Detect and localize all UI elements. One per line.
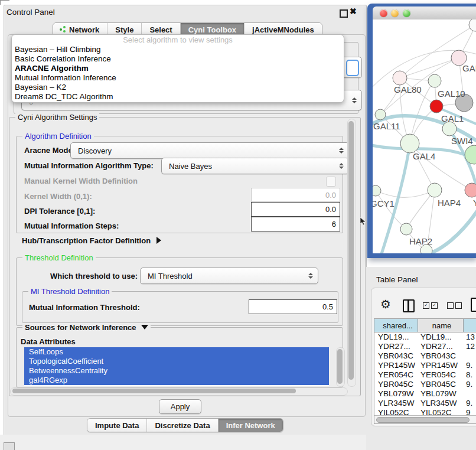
mi-type-combo[interactable]: Naive Bayes [161,158,349,174]
table-cell: YBR043C [374,351,418,361]
settings-horizontal-scrollbar[interactable] [10,387,348,396]
close-icon[interactable]: ✖ [350,6,357,16]
manual-kernel-checkbox[interactable] [326,177,336,187]
dropdown-item[interactable]: Dream8 DC_TDC Algorithm [12,92,344,102]
cyni-settings-title: Cyni Algorithm Settings [15,113,99,122]
column-header[interactable]: shared... [374,319,418,332]
which-threshold-combo[interactable]: MI Threshold [140,268,318,284]
attribute-item[interactable]: BetweennessCentrality [24,366,329,376]
table-cell: YDR27... [418,342,464,351]
column-header[interactable]: A [464,319,476,332]
aracne-mode-value: Discovery [78,146,112,155]
network-node-gal1[interactable] [430,100,443,113]
network-node-y[interactable] [465,183,476,197]
dropdown-items: Bayesian – Hill ClimbingBasic Correlatio… [12,45,344,102]
select-all-checkboxes-icon[interactable]: ✓✓ [423,302,438,309]
dropdown-item[interactable]: Bayesian – K2 [12,83,344,92]
kernel-width-label: Kernel Width (0,1): [24,192,92,201]
table-row[interactable]: YBR043CYBR043C [374,351,476,361]
panel-title: Control Panel [6,8,55,17]
table-cell: YDR27... [374,342,418,351]
network-node-gal80[interactable] [393,71,407,85]
dropdown-item[interactable]: Mutual Information Inference [12,73,344,83]
tab-label: Style [115,25,133,34]
document-icon[interactable] [471,298,476,312]
column-header[interactable]: name [418,319,464,332]
table-cell: YER054C [418,370,464,380]
kernel-width-value: 0.0 [325,191,336,200]
dropdown-item[interactable]: ARACNE Algorithm [12,64,344,73]
dpi-tolerance-field[interactable]: 0.0 [251,202,340,217]
tab-discretize-data[interactable]: Discretize Data [147,419,218,432]
network-node-gal4[interactable] [400,134,419,153]
network-node-swi4[interactable] [442,122,457,136]
screenshot-root: Control Panel ✖ NetworkStyleSelectCyni T… [0,0,476,450]
table-cell [464,389,476,399]
table-row[interactable]: YBR045CYBR045C9. [374,380,476,389]
table-row[interactable]: YLR345WYLR345W9. [374,399,476,408]
table-cell: YER054C [374,370,418,380]
stepper-icon [339,163,344,169]
table-cell: YBL079W [374,389,418,399]
kernel-width-field[interactable]: 0.0 [251,188,340,202]
network-node-gal11[interactable] [375,109,386,120]
network-edge-thick [426,208,476,253]
tab-impute-data[interactable]: Impute Data [87,419,147,432]
table-row[interactable]: YDR27...YDR27...12 [374,342,476,351]
mi-steps-field[interactable]: 6 [251,217,340,231]
network-node[interactable] [469,19,476,31]
network-node-hap2[interactable] [400,223,412,235]
which-threshold-value: MI Threshold [148,272,193,281]
network-canvas-svg: GALGAL80GAL10GAL1GAL11SWI4GAL4GCY1HAP4YH… [373,19,476,253]
deselect-all-checkboxes-icon[interactable] [447,302,462,309]
tab-label: jActiveMNodules [252,25,314,34]
attribute-item[interactable]: gal4RGexp [24,376,329,385]
table-cell: 12 [464,342,476,351]
table-row[interactable]: YDL19...YDL19...13 [374,332,476,342]
stepper-icon [308,273,313,279]
settings-vertical-scrollbar[interactable] [347,119,356,387]
network-window-titlebar[interactable] [373,6,476,20]
attribute-item[interactable]: TopologicalCoefficient [24,357,329,366]
sources-toggle[interactable]: Sources for Network Inference [22,323,151,332]
network-node-label: GAL1 [441,113,464,123]
table-cell: YDL19... [418,332,464,342]
resize-grip[interactable] [4,442,15,450]
close-traffic-light[interactable] [380,9,387,17]
tab-infer-network[interactable]: Infer Network [219,419,283,432]
zoom-traffic-light[interactable] [403,9,410,17]
table-cell [464,351,476,361]
columns-icon[interactable] [403,299,415,312]
table-row[interactable]: YPR145WYPR145W9. [374,361,476,370]
mi-steps-label: Mutual Information Steps: [24,221,119,230]
combo-focus-stepper[interactable] [346,60,359,76]
apply-button[interactable]: Apply [159,399,201,414]
mi-type-value: Naive Bayes [169,162,212,171]
float-window-icon[interactable] [340,9,348,18]
mi-threshold-field[interactable]: 0.5 [249,299,337,314]
network-node-gal10[interactable] [428,74,441,87]
table-cell: 8. [464,370,476,380]
table-cell: YBL079W [418,389,464,399]
table-horizontal-scrollbar[interactable] [374,415,476,423]
attributes-scrollbar[interactable] [336,347,345,387]
table-row[interactable]: YER054CYER054C8. [374,370,476,380]
data-attributes-label: Data Attributes [21,337,76,346]
dropdown-item[interactable]: Bayesian – Hill Climbing [12,45,344,54]
network-node-gcy1[interactable] [373,185,381,196]
hub-definition-toggle[interactable]: Hub/Transcription Factor Definition [22,236,161,245]
data-attributes-list: SelfLoopsTopologicalCoefficientBetweenne… [24,347,329,386]
network-node-hap4[interactable] [428,183,442,197]
gear-icon[interactable]: ⚙ [380,297,391,311]
aracne-mode-combo[interactable]: Discovery [70,142,349,159]
algorithm-definition-title: Algorithm Definition [22,132,94,141]
attribute-item[interactable]: SelfLoops [24,347,329,357]
tab-label: Infer Network [226,421,275,430]
network-canvas[interactable]: GALGAL80GAL10GAL1GAL11SWI4GAL4GCY1HAP4YH… [373,19,476,253]
network-node-label: GCY1 [373,198,395,208]
table-cell: YPR145W [374,361,418,370]
dropdown-item[interactable]: Basic Correlation Inference [12,54,344,64]
minimize-traffic-light[interactable] [391,9,399,17]
threshold-definition-title: Threshold Definition [22,253,96,262]
table-row[interactable]: YBL079WYBL079W [374,389,476,399]
